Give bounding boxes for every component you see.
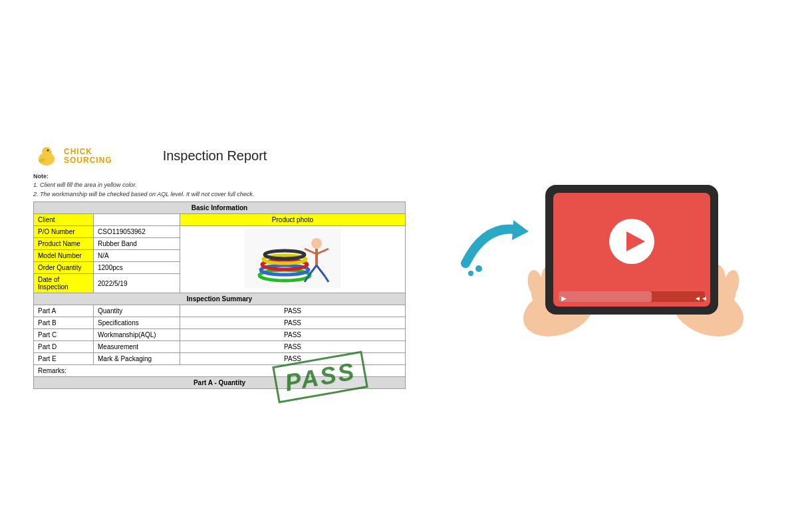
summary-row-a: Part A Quantity PASS [34,305,406,317]
inspection-date-value: 2022/5/19 [94,274,180,293]
part-c-label: Part C [34,329,94,341]
model-number-label: Model Number [34,250,94,262]
part-a-label: Part A [34,305,94,317]
product-name-label: Product Name [34,238,94,250]
part-b-desc: Specifications [94,317,180,329]
main-container: CHICK SOURCING Inspection Report Note: 1… [13,143,785,390]
part-e-desc: Mark & Packaging [94,353,180,365]
order-quantity-label: Order Quantity [34,262,94,274]
part-b-result: PASS [180,317,406,329]
part-d-result: PASS [180,341,406,353]
hands-svg: ▶ ◄◄ [505,165,758,364]
rubber-band-image [245,229,341,289]
product-photo-cell [180,226,406,293]
chick-logo-icon [33,143,60,170]
order-quantity-value: 1200pcs [94,262,180,274]
svg-point-21 [475,265,482,272]
part-d-label: Part D [34,341,94,353]
note-line2: 2. The workmanship will be checked based… [33,191,254,198]
logo-sourcing: SOURCING [64,156,112,165]
summary-row-c: Part C Workmanship(AQL) PASS [34,329,406,341]
svg-text:◄◄: ◄◄ [694,295,708,302]
note-line1: 1. Client will fill the area in yellow c… [33,182,137,188]
product-photo-label: Product photo [180,214,406,226]
part-a-desc: Quantity [94,305,180,317]
basic-info-header: Basic Information [34,202,406,214]
product-name-value: Rubber Band [94,238,180,250]
video-side: ▶ ◄◄ [446,165,765,367]
client-photo-row: Client Product photo [34,214,406,226]
logo-text: CHICK SOURCING [64,148,112,165]
note-label: Note: [33,173,49,180]
part-e-label: Part E [34,353,94,365]
part-a-result: PASS [180,305,406,317]
svg-point-22 [468,271,473,276]
client-label: Client [34,214,94,226]
part-c-result: PASS [180,329,406,341]
tablet-with-hands: ▶ ◄◄ [505,165,758,367]
svg-point-12 [311,238,322,249]
po-number-row: P/O Number CSO119053962 [34,226,406,238]
model-number-value: N/A [94,250,180,262]
summary-row-d: Part D Measurement PASS [34,341,406,353]
part-b-label: Part B [34,317,94,329]
summary-row-b: Part B Specifications PASS [34,317,406,329]
report-title: Inspection Report [163,148,267,164]
logo-chick: CHICK [64,148,112,156]
po-number-value: CSO119053962 [94,226,180,238]
document-side: CHICK SOURCING Inspection Report Note: 1… [33,143,406,390]
svg-point-3 [47,149,49,151]
doc-header: CHICK SOURCING Inspection Report [33,143,406,170]
notes: Note: 1. Client will fill the area in ye… [33,172,406,200]
part-d-desc: Measurement [94,341,180,353]
svg-rect-38 [559,291,652,302]
inspection-summary-header: Inspection Summary [34,293,406,305]
basic-info-header-row: Basic Information [34,202,406,214]
client-value [94,214,180,226]
logo-wrapper: CHICK SOURCING [33,143,112,170]
inspection-date-label: Date of Inspection [34,274,94,293]
po-number-label: P/O Number [34,226,94,238]
part-c-desc: Workmanship(AQL) [94,329,180,341]
inspection-summary-header-row: Inspection Summary [34,293,406,305]
svg-text:▶: ▶ [561,295,567,302]
